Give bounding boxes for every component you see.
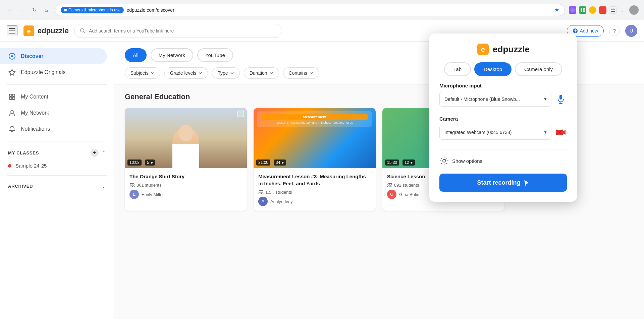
address-bar[interactable]: Camera & microphone in use edpuzzle.com/… [55, 4, 565, 16]
camera-select-wrapper: Integrated Webcam (0c45:6738) Built-in C… [439, 125, 551, 140]
svg-point-15 [11, 55, 13, 57]
svg-point-25 [261, 190, 263, 192]
edpuzzle-logo[interactable]: e edpuzzle [23, 25, 69, 37]
start-recording-button[interactable]: Start recording [439, 174, 567, 192]
filter-type[interactable]: Type [212, 67, 239, 79]
card-duration-2: 21:00 [256, 160, 270, 166]
search-bar[interactable] [74, 24, 282, 38]
sidebar-item-originals[interactable]: Edpuzzle Originals [0, 64, 107, 80]
my-classes-chevron[interactable]: ⌃ [101, 150, 106, 156]
sidebar-my-network-label: My Network [21, 110, 49, 116]
svg-text:e: e [27, 27, 31, 35]
card-thumbnail-1: 10:08 5 ● [125, 108, 247, 168]
discover-icon [8, 52, 16, 60]
my-network-icon [8, 109, 16, 117]
filter-tab-my-network[interactable]: My Network [151, 48, 193, 62]
plus-icon [573, 28, 578, 34]
filter-duration[interactable]: Duration [244, 67, 279, 79]
video-card-2[interactable]: Measurement Lesson 3 - Measuring Lengths… [254, 108, 376, 211]
students-count-1: 361 students [129, 183, 242, 188]
camera-badge-text: Camera & microphone in use [68, 8, 120, 12]
panel-tab-camera-only[interactable]: Camera only [515, 62, 562, 76]
menu-button[interactable]: ⋮ [619, 6, 627, 14]
address-url: edpuzzle.com/discover [126, 7, 174, 13]
questions-dot-1: ● [151, 160, 153, 165]
students-text-2: 1.5K students [265, 190, 292, 195]
filter-grade-levels[interactable]: Grade levels [164, 67, 208, 79]
svg-rect-31 [559, 95, 562, 100]
filter-contains[interactable]: Contains [283, 67, 319, 79]
card-checkbox-1[interactable] [237, 111, 244, 117]
panel-microphone-section: Microphone input Default - Microphone (B… [429, 83, 577, 113]
svg-rect-2 [581, 10, 582, 12]
user-avatar[interactable]: U [625, 25, 637, 37]
filter-subjects[interactable]: Subjects [125, 67, 160, 79]
panel-logo-text: edpuzzle [493, 44, 530, 55]
svg-rect-6 [9, 33, 15, 34]
sidebar: Discover Edpuzzle Originals [0, 42, 114, 319]
filter-grade-label: Grade levels [170, 70, 197, 76]
filter-tab-all[interactable]: All [125, 48, 147, 62]
class-dot [8, 164, 11, 168]
microphone-select[interactable]: Default - Microphone (Blue Snowb... Buil… [439, 92, 551, 107]
back-button[interactable]: ← [5, 5, 15, 15]
extension-4[interactable] [599, 6, 606, 14]
svg-rect-17 [9, 94, 12, 97]
logo-icon: e [23, 25, 35, 37]
questions-dot-3: ● [410, 160, 413, 165]
extension-3[interactable] [589, 6, 596, 14]
sidebar-notifications-label: Notifications [21, 126, 50, 132]
start-recording-label: Start recording [477, 179, 520, 186]
archived-chevron[interactable]: ⌄ [101, 183, 106, 189]
add-class-button[interactable]: + [91, 149, 99, 157]
students-text-3: 892 students [394, 183, 419, 188]
extensions-button[interactable]: ☰ [609, 6, 616, 14]
my-classes-actions: + ⌃ [91, 149, 106, 157]
panel-tab-tab[interactable]: Tab [444, 62, 471, 76]
questions-count-2: 34 [276, 160, 280, 165]
filter-tab-youtube[interactable]: YouTube [197, 48, 233, 62]
card-thumbnail-2: Measurement Lesson 3 - Measuring Lengths… [254, 108, 376, 168]
svg-rect-3 [583, 10, 585, 12]
hamburger-button[interactable] [7, 25, 17, 36]
sidebar-item-discover[interactable]: Discover [0, 48, 107, 64]
author-name-3: Gina Bolin [399, 192, 419, 197]
students-icon-3 [387, 183, 392, 188]
camera-select[interactable]: Integrated Webcam (0c45:6738) Built-in C… [439, 125, 551, 140]
forward-button[interactable]: → [17, 5, 27, 15]
video-card-1[interactable]: 10:08 5 ● The Orange Shirt Story [125, 108, 247, 211]
browser-chrome: ← → ↻ ⌂ Camera & microphone in use edpuz… [0, 0, 644, 20]
author-avatar-2: A [258, 197, 268, 206]
svg-marker-35 [563, 130, 566, 135]
camera-select-row: Integrated Webcam (0c45:6738) Built-in C… [439, 125, 567, 140]
sidebar-originals-label: Edpuzzle Originals [21, 69, 65, 75]
bookmark-icon[interactable]: ★ [554, 7, 559, 13]
sidebar-item-my-content[interactable]: My Content [0, 89, 107, 105]
gear-icon [439, 156, 449, 166]
my-content-icon [8, 93, 16, 101]
search-icon [80, 28, 86, 34]
svg-point-27 [388, 183, 390, 185]
home-button[interactable]: ⌂ [42, 5, 51, 15]
chevron-down-icon [151, 71, 155, 75]
chevron-down-icon-3 [230, 71, 234, 75]
camera-dot [64, 9, 67, 11]
sidebar-item-my-network[interactable]: My Network [0, 105, 107, 121]
help-button[interactable]: ? [609, 25, 620, 36]
card-author-2: A Ashlyn Ivey [258, 197, 371, 206]
show-options-row[interactable]: Show options [429, 156, 577, 174]
chevron-down-icon-5 [309, 71, 313, 75]
search-input[interactable] [89, 28, 276, 34]
card-duration-1: 10:08 [127, 160, 142, 166]
browser-profile-avatar[interactable] [629, 5, 639, 15]
students-text-1: 361 students [137, 183, 161, 188]
extension-1[interactable] [569, 6, 576, 14]
class-item-sample[interactable]: Sample 24-25 [0, 160, 114, 171]
panel-tab-desktop[interactable]: Desktop [474, 62, 512, 76]
sidebar-item-notifications[interactable]: Notifications [0, 121, 107, 137]
reload-button[interactable]: ↻ [30, 5, 39, 15]
filter-duration-label: Duration [250, 70, 267, 76]
help-icon: ? [613, 28, 616, 34]
extension-2[interactable] [579, 6, 586, 14]
logo-text: edpuzzle [38, 26, 69, 35]
